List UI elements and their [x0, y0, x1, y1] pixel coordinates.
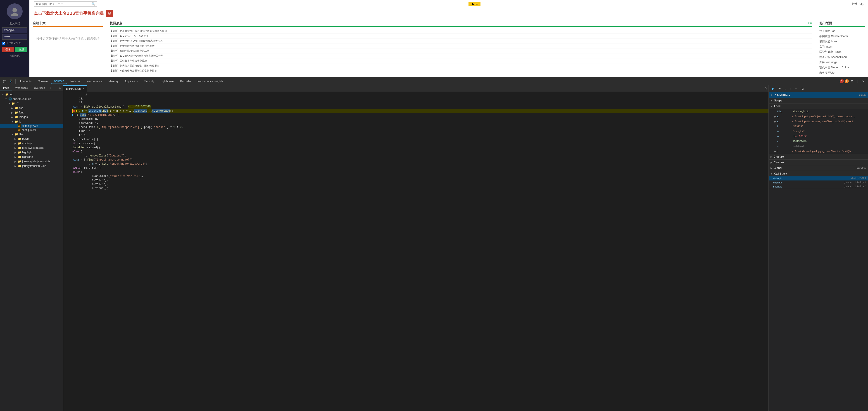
scope-header-main[interactable]: ▼ ✓ $li.addC... 2:2599 — [769, 92, 868, 97]
tree-item-highslide[interactable]: ▶📁highslide — [0, 155, 63, 159]
news-item[interactable]: 【招募】北京大学乡村振兴研究院招募专著写作助研 — [110, 29, 812, 33]
tree-item-highlight[interactable]: ▶📁highlight — [0, 150, 63, 155]
login-button[interactable]: 登录 — [2, 47, 14, 52]
close-devtools-btn[interactable]: ✕ — [861, 79, 866, 84]
panel-tab-page[interactable]: Page — [0, 85, 12, 91]
tab-performance[interactable]: Performance — [84, 79, 105, 84]
news-item[interactable]: 【活动】智能学院AI实战辅导第二期 — [110, 49, 812, 54]
news-item[interactable]: 【招募】北大官方医疗AI会议，限时免费报名 — [110, 63, 812, 68]
scope-item[interactable]: ▶e: m.fn.init [input#username, prevObjec… — [769, 119, 868, 124]
news-item[interactable]: 【招募】南南合作与发展学院论文指导招募 — [110, 68, 812, 74]
hot-item[interactable]: 廊桥 PieBridge — [819, 60, 865, 65]
scope-item[interactable]: i: "123123" — [769, 124, 868, 129]
news-item[interactable]: 【招募】光华应经系教授课题组招募助研 — [110, 43, 812, 49]
callstack-item[interactable]: doLoginall.min.js?v27:2 — [769, 176, 868, 180]
tab-security[interactable]: Security — [142, 79, 157, 84]
forgot-password-link[interactable]: 找回密码 — [10, 54, 20, 58]
tree-item-bdwm[interactable]: ▶📁bdwm — [0, 137, 63, 141]
news-item[interactable]: 【活动】工业数字孪生大赛交流会 — [110, 58, 812, 63]
tree-item-jquery-gridly-javascripts[interactable]: ▶📁jquery.gridly/javascripts — [0, 159, 63, 164]
resume-execution-btn[interactable]: ▶ — [771, 86, 776, 91]
tree-item-bbs-pku-edu-cn[interactable]: ▼🌐bbs.pku.edu.cn — [0, 97, 63, 101]
tree-item-images[interactable]: ▶📁images — [0, 115, 63, 119]
scope-section-header-4[interactable]: ▶GlobalWindow — [769, 165, 868, 171]
news-item[interactable]: 【招募】北大全健院 OneHealthAtlas志愿者招募 — [110, 38, 812, 43]
callstack-header[interactable]: ▼Call Stack — [769, 171, 868, 176]
tree-item-css[interactable]: ▶📁css — [0, 106, 63, 110]
panel-tab-workspace[interactable]: Workspace — [12, 85, 31, 91]
password-input[interactable] — [2, 34, 27, 40]
register-button[interactable]: 注册 — [16, 47, 27, 52]
help-link[interactable]: 帮助中心 — [852, 2, 864, 6]
tab-lighthouse[interactable]: Lighthouse — [158, 79, 177, 84]
tree-item-top[interactable]: ▼📁top — [0, 92, 63, 97]
deactivate-breakpoints-btn[interactable]: ⊘ — [800, 86, 806, 91]
settings-btn[interactable]: ⚙ — [850, 79, 855, 84]
news-item[interactable]: 【活动】11.23艺术治疗之绘画与觉察体验工作坊 — [110, 54, 812, 58]
tab-recorder[interactable]: Recorder — [177, 79, 194, 84]
hot-item[interactable]: 找工作哟 Job — [819, 29, 865, 34]
code-tab-allminjs[interactable]: all.min.js?v27 ✕ — [63, 85, 87, 92]
code-lines[interactable]: } }), !1;var r = BDWM.getGlobalTimestamp… — [71, 92, 769, 411]
scope-item[interactable]: r: 1701507440 — [769, 139, 868, 144]
scope-item[interactable]: ▶a: m.fn.init [input, prevObject: m.fn.i… — [769, 114, 868, 119]
hot-item[interactable]: 未名湖 Water — [819, 70, 865, 76]
username-input[interactable] — [2, 27, 27, 33]
more-link[interactable]: 更多 — [807, 21, 812, 25]
search-input[interactable] — [36, 2, 92, 6]
tree-item-js[interactable]: ▼📁js — [0, 119, 63, 124]
resume-icon[interactable]: ▶ — [472, 2, 474, 6]
hot-item[interactable]: 跳蚤市场 SecondHand — [819, 55, 865, 60]
tree-item-libs[interactable]: ▼📁libs — [0, 132, 63, 137]
scope-section-header-3[interactable]: ▶Closure — [769, 159, 868, 165]
vertical-dots-btn[interactable]: ⋮ — [855, 79, 860, 84]
scope-item[interactable]: s: undefined — [769, 144, 868, 149]
tree-item-all-min-js-v27[interactable]: JSall.min.js?v27 — [0, 124, 63, 128]
device-mode-btn[interactable]: 📱 — [8, 79, 13, 84]
step-over-btn[interactable]: ↷ — [777, 86, 782, 91]
tab-console[interactable]: Console — [35, 79, 51, 84]
tree-item-config-js-v4[interactable]: JSconfig.js?v4 — [0, 128, 63, 132]
hot-item[interactable]: 现代中国 Modern_China — [819, 65, 865, 70]
tab-application[interactable]: Application — [122, 79, 141, 84]
scope-expand-icon[interactable]: ▶ — [774, 114, 776, 118]
scope-section-header-2[interactable]: ▶Closure — [769, 154, 868, 159]
close-tab-btn[interactable]: ✕ — [83, 87, 84, 90]
code-format-btn[interactable]: {} — [763, 87, 769, 90]
new-snippet-btn[interactable]: ⊕ — [57, 85, 63, 91]
tab-memory[interactable]: Memory — [106, 79, 121, 84]
tree-item-font-awesome-css[interactable]: ▶📁font-awesome/css — [0, 146, 63, 150]
tree-item-crypto-js[interactable]: ▶📁crypto-js — [0, 141, 63, 146]
scope-item[interactable]: ▶t: m.fn.init [div.not-login.logging, pr… — [769, 149, 868, 154]
tab-elements[interactable]: Elements — [18, 79, 34, 84]
scope-section-header-0[interactable]: ▼Scope — [769, 98, 868, 103]
scope-item[interactable]: n: "zhangkai" — [769, 129, 868, 134]
panel-tabs-more[interactable]: » — [48, 85, 53, 91]
hot-item[interactable]: 医学与健康 Health — [819, 49, 865, 55]
tab-performance-insights[interactable]: Performance insights — [195, 79, 226, 84]
news-item[interactable]: 【招募】11.26一杯心茶：茶话生涯 — [110, 33, 812, 38]
panel-tab-overrides[interactable]: Overrides — [31, 85, 48, 91]
scope-item[interactable]: this: a#btn-login.btn — [769, 109, 868, 114]
step-into-btn[interactable]: ↓ — [783, 86, 787, 91]
step-over-icon[interactable]: ⏭ — [475, 2, 478, 6]
hot-item[interactable]: 谈情说爱 Love — [819, 39, 865, 44]
callstack-item[interactable]: r.handlejquery-1.11.3.min.js:4 — [769, 184, 868, 188]
tree-item-font[interactable]: ▶📁font — [0, 110, 63, 115]
step-btn[interactable]: → — [793, 86, 799, 91]
inspect-element-btn[interactable]: ⬚ — [2, 79, 7, 84]
step-out-btn[interactable]: ↑ — [788, 86, 793, 91]
search-box[interactable]: 🔍 — [34, 1, 97, 6]
hot-item[interactable]: 实习 Intern — [819, 44, 865, 49]
scope-section-header-1[interactable]: ▼Local — [769, 104, 868, 109]
tab-network[interactable]: Network — [68, 79, 83, 84]
tab-sources[interactable]: Sources — [51, 79, 67, 84]
remember-checkbox[interactable] — [2, 42, 5, 45]
hot-item[interactable]: 燕园食堂 CanteenDorm — [819, 34, 865, 39]
tree-item-v2[interactable]: ▼📁v2 — [0, 101, 63, 106]
tree-item-jquery-transit-0-9-12[interactable]: ▶📁jquery.transit.0.9.12 — [0, 164, 63, 168]
scope-expand-icon[interactable]: ▶ — [774, 149, 776, 153]
scope-item[interactable]: o: /^[a-zA-Z]*$/ — [769, 134, 868, 139]
callstack-item[interactable]: dispatchjquery-1.11.3.min.js:4 — [769, 180, 868, 184]
scope-expand-icon[interactable]: ▶ — [774, 119, 776, 123]
